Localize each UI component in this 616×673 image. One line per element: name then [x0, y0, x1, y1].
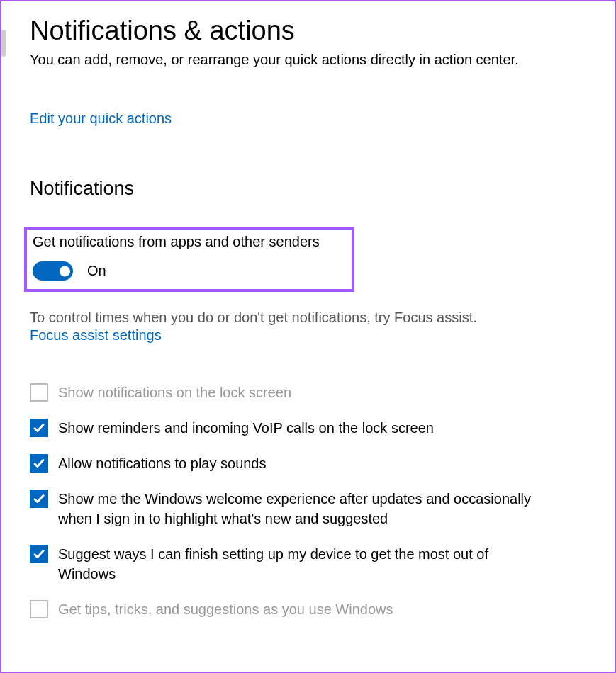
- checkbox-checked-icon[interactable]: [30, 545, 48, 563]
- notifications-toggle[interactable]: [33, 261, 73, 281]
- checkbox-row: Show notifications on the lock screen: [30, 383, 540, 402]
- focus-assist-settings-link[interactable]: Focus assist settings: [30, 327, 162, 344]
- checkbox-row[interactable]: Suggest ways I can finish setting up my …: [30, 544, 540, 584]
- checkbox-row: Get tips, tricks, and suggestions as you…: [30, 599, 540, 619]
- scrollbar-thumb[interactable]: [1, 30, 6, 57]
- page-title: Notifications & actions: [30, 16, 586, 46]
- edit-quick-actions-link[interactable]: Edit your quick actions: [30, 111, 172, 127]
- checkbox-unchecked-icon: [30, 600, 48, 618]
- notifications-toggle-state: On: [87, 263, 106, 279]
- settings-content: Notifications & actions You can add, rem…: [1, 1, 615, 673]
- checkbox-row[interactable]: Show reminders and incoming VoIP calls o…: [30, 418, 540, 438]
- checkbox-label: Get tips, tricks, and suggestions as you…: [58, 599, 393, 619]
- checkbox-label: Suggest ways I can finish setting up my …: [58, 544, 540, 584]
- focus-assist-description: To control times when you do or don't ge…: [30, 310, 554, 326]
- quick-actions-description: You can add, remove, or rearrange your q…: [30, 50, 526, 69]
- checkbox-checked-icon[interactable]: [30, 419, 48, 437]
- notifications-toggle-label: Get notifications from apps and other se…: [33, 234, 346, 250]
- notifications-heading: Notifications: [30, 178, 586, 200]
- notifications-toggle-highlight: Get notifications from apps and other se…: [24, 227, 354, 292]
- checkbox-label: Show reminders and incoming VoIP calls o…: [58, 418, 434, 438]
- notification-options-list: Show notifications on the lock screenSho…: [30, 383, 540, 619]
- checkbox-row[interactable]: Allow notifications to play sounds: [30, 453, 540, 473]
- checkbox-label: Allow notifications to play sounds: [58, 453, 267, 473]
- checkbox-checked-icon[interactable]: [30, 490, 48, 508]
- checkbox-label: Show me the Windows welcome experience a…: [58, 489, 540, 528]
- toggle-knob-icon: [60, 266, 70, 276]
- checkbox-label: Show notifications on the lock screen: [58, 383, 291, 402]
- checkbox-unchecked-icon: [30, 383, 48, 402]
- checkbox-checked-icon[interactable]: [30, 454, 48, 473]
- checkbox-row[interactable]: Show me the Windows welcome experience a…: [30, 489, 540, 528]
